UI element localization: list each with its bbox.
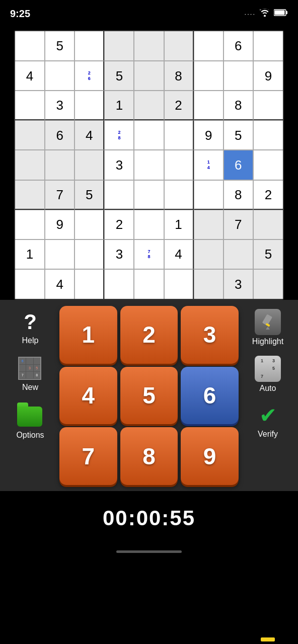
- sudoku-cell[interactable]: [74, 150, 104, 180]
- num-button-2[interactable]: 2: [120, 306, 178, 364]
- num-button-1[interactable]: 1: [59, 306, 117, 364]
- num-button-7[interactable]: 7: [59, 427, 117, 485]
- sudoku-cell[interactable]: [134, 120, 164, 150]
- sudoku-cell[interactable]: [194, 269, 224, 299]
- sudoku-cell[interactable]: [253, 120, 283, 150]
- sudoku-cell[interactable]: 14: [194, 150, 224, 180]
- sudoku-cell[interactable]: 5: [253, 239, 283, 269]
- sudoku-cell[interactable]: [164, 150, 194, 180]
- sudoku-grid[interactable]: 56426589312864289531467582921713784543: [15, 31, 283, 299]
- num-button-4[interactable]: 4: [59, 367, 117, 425]
- sudoku-cell[interactable]: 26: [74, 61, 104, 91]
- sudoku-cell[interactable]: [45, 61, 74, 91]
- sudoku-cell[interactable]: [164, 180, 194, 210]
- sudoku-cell[interactable]: 8: [224, 91, 253, 120]
- sudoku-cell[interactable]: 4: [164, 239, 194, 269]
- sudoku-cell[interactable]: [164, 31, 194, 61]
- keypad[interactable]: 123456789: [59, 306, 239, 485]
- sudoku-cell[interactable]: [74, 210, 104, 239]
- sudoku-cell[interactable]: 3: [224, 269, 253, 299]
- sudoku-cell[interactable]: [104, 31, 134, 61]
- sudoku-cell[interactable]: 2: [253, 180, 283, 210]
- sudoku-cell[interactable]: 6: [224, 150, 253, 180]
- sudoku-cell[interactable]: [164, 120, 194, 150]
- sudoku-cell[interactable]: 5: [45, 31, 74, 61]
- sudoku-cell[interactable]: [224, 61, 253, 91]
- sudoku-cell[interactable]: [134, 31, 164, 61]
- sudoku-container[interactable]: 56426589312864289531467582921713784543: [14, 30, 284, 300]
- help-button[interactable]: ? Help: [8, 306, 53, 349]
- sudoku-cell[interactable]: [15, 150, 45, 180]
- sudoku-cell[interactable]: 2: [104, 210, 134, 239]
- sudoku-cell[interactable]: [104, 269, 134, 299]
- sudoku-cell[interactable]: [134, 269, 164, 299]
- sudoku-cell[interactable]: 3: [45, 91, 74, 120]
- sudoku-cell[interactable]: 3: [104, 239, 134, 269]
- highlight-button[interactable]: Highlight: [245, 306, 290, 349]
- sudoku-cell[interactable]: [224, 239, 253, 269]
- options-button[interactable]: Options: [8, 399, 53, 442]
- timer-section: 00:00:55: [0, 491, 298, 540]
- sudoku-cell[interactable]: 5: [224, 120, 253, 150]
- sudoku-cell[interactable]: [104, 180, 134, 210]
- sudoku-cell[interactable]: [253, 269, 283, 299]
- num-button-3[interactable]: 3: [181, 306, 239, 364]
- sudoku-cell[interactable]: [194, 31, 224, 61]
- sudoku-cell[interactable]: 6: [224, 31, 253, 61]
- sudoku-cell[interactable]: [253, 31, 283, 61]
- sudoku-cell[interactable]: [194, 91, 224, 120]
- num-button-9[interactable]: 9: [181, 427, 239, 485]
- sudoku-cell[interactable]: [15, 269, 45, 299]
- sudoku-cell[interactable]: [134, 150, 164, 180]
- sudoku-cell[interactable]: [134, 180, 164, 210]
- sudoku-cell[interactable]: [134, 210, 164, 239]
- sudoku-cell[interactable]: [15, 31, 45, 61]
- sudoku-cell[interactable]: 5: [74, 180, 104, 210]
- new-button[interactable]: 6 3 5 7 8 New: [8, 353, 53, 395]
- num-button-6[interactable]: 6: [181, 367, 239, 425]
- sudoku-cell[interactable]: [253, 210, 283, 239]
- sudoku-cell[interactable]: 6: [45, 120, 74, 150]
- sudoku-cell[interactable]: [253, 91, 283, 120]
- sudoku-cell[interactable]: [74, 31, 104, 61]
- sudoku-cell[interactable]: [74, 239, 104, 269]
- sudoku-cell[interactable]: [15, 91, 45, 120]
- sudoku-cell[interactable]: 28: [104, 120, 134, 150]
- sudoku-cell[interactable]: [74, 91, 104, 120]
- sudoku-cell[interactable]: [134, 91, 164, 120]
- sudoku-cell[interactable]: [15, 180, 45, 210]
- sudoku-cell[interactable]: 9: [194, 120, 224, 150]
- sudoku-cell[interactable]: [194, 61, 224, 91]
- sudoku-cell[interactable]: 2: [164, 91, 194, 120]
- verify-button[interactable]: ✔ Verify: [245, 399, 290, 442]
- sudoku-cell[interactable]: 4: [74, 120, 104, 150]
- auto-button[interactable]: 1 3 5 7 Auto: [245, 353, 290, 395]
- sudoku-cell[interactable]: [15, 210, 45, 239]
- num-button-5[interactable]: 5: [120, 367, 178, 425]
- sudoku-cell[interactable]: 9: [45, 210, 74, 239]
- sudoku-cell[interactable]: 9: [253, 61, 283, 91]
- sudoku-cell[interactable]: 1: [15, 239, 45, 269]
- sudoku-cell[interactable]: 8: [224, 180, 253, 210]
- sudoku-cell[interactable]: [45, 150, 74, 180]
- sudoku-cell[interactable]: [194, 239, 224, 269]
- sudoku-cell[interactable]: [164, 269, 194, 299]
- sudoku-cell[interactable]: 4: [15, 61, 45, 91]
- num-button-8[interactable]: 8: [120, 427, 178, 485]
- sudoku-cell[interactable]: 7: [224, 210, 253, 239]
- sudoku-cell[interactable]: [74, 269, 104, 299]
- sudoku-cell[interactable]: [253, 150, 283, 180]
- sudoku-cell[interactable]: 1: [104, 91, 134, 120]
- sudoku-cell[interactable]: 8: [164, 61, 194, 91]
- sudoku-cell[interactable]: 78: [134, 239, 164, 269]
- sudoku-cell[interactable]: 3: [104, 150, 134, 180]
- sudoku-cell[interactable]: [15, 120, 45, 150]
- sudoku-cell[interactable]: [45, 239, 74, 269]
- sudoku-cell[interactable]: 4: [45, 269, 74, 299]
- sudoku-cell[interactable]: 1: [164, 210, 194, 239]
- sudoku-cell[interactable]: [194, 210, 224, 239]
- sudoku-cell[interactable]: [134, 61, 164, 91]
- sudoku-cell[interactable]: [194, 180, 224, 210]
- sudoku-cell[interactable]: 7: [45, 180, 74, 210]
- sudoku-cell[interactable]: 5: [104, 61, 134, 91]
